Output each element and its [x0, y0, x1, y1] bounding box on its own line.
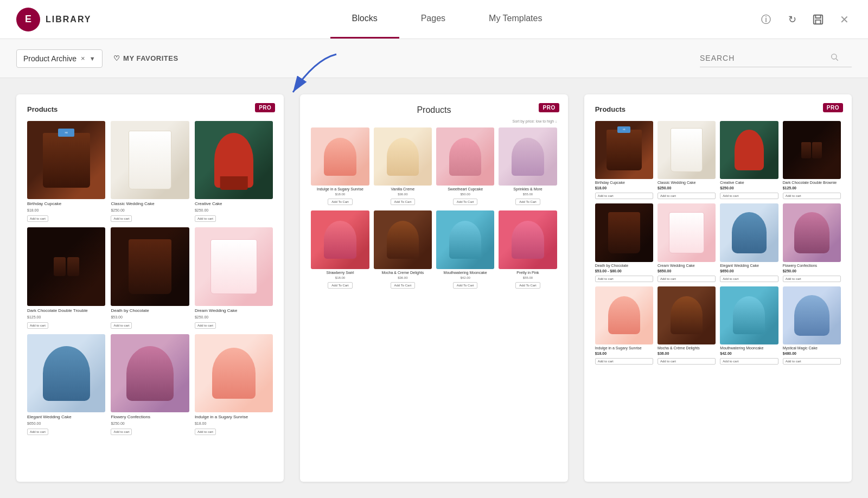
- list-item: Classic Wedding Cake $250.00 Add to cart: [111, 121, 189, 222]
- products-grid-3: HB Birthday Cupcake $18.00 Add to cart C…: [595, 121, 841, 365]
- product-price: $650.00: [658, 269, 716, 273]
- favorites-button[interactable]: ♡ MY FAVORITES: [113, 54, 178, 62]
- product-name: Mocha & Creme Delights: [374, 271, 432, 274]
- pro-badge-1: PRO: [255, 103, 275, 112]
- tab-blocks[interactable]: Blocks: [330, 0, 399, 39]
- product-price: $18.00: [195, 422, 273, 425]
- product-name: Classic Wedding Cake: [111, 201, 189, 206]
- list-item: Creative Cake $250.00 Add to cart: [195, 121, 273, 222]
- search-area: [700, 49, 852, 67]
- product-price: $250.00: [195, 315, 273, 319]
- add-to-cart-button[interactable]: Add To Cart: [453, 282, 478, 289]
- save-icon[interactable]: [810, 12, 826, 27]
- product-name: Pretty in Pink: [499, 271, 557, 274]
- header-actions: ⓘ ↻ ✕: [742, 12, 868, 27]
- product-name: Mouthwatering Mooncake: [720, 346, 778, 350]
- product-name: Creative Cake: [720, 181, 778, 184]
- main-content: PRO Products HB Birthday Cupcake $18.00 …: [0, 78, 868, 498]
- add-to-cart-button[interactable]: Add to cart: [658, 358, 716, 365]
- add-to-cart-button[interactable]: Add to cart: [195, 322, 216, 329]
- add-to-cart-button[interactable]: Add to cart: [783, 193, 841, 199]
- search-input[interactable]: [700, 54, 830, 62]
- pro-badge-3: PRO: [823, 103, 843, 112]
- tab-my-templates[interactable]: My Templates: [467, 0, 564, 39]
- add-to-cart-button[interactable]: Add To Cart: [391, 282, 416, 289]
- product-price: $125.00: [27, 315, 105, 319]
- product-price: $250.00: [720, 186, 778, 190]
- product-name: Dream Wedding Cake: [195, 308, 273, 313]
- add-to-cart-button[interactable]: Add to cart: [595, 358, 653, 365]
- product-name: Strawberry Swirl: [311, 271, 369, 274]
- product-name: Indulge in a Sugary Sunrise: [311, 187, 369, 191]
- list-item: Flowery Confections $250.00 Add to cart: [111, 334, 189, 435]
- add-to-cart-button[interactable]: Add to cart: [111, 429, 132, 435]
- product-price: $50.00: [436, 193, 494, 196]
- add-to-cart-button[interactable]: Add to cart: [195, 215, 216, 222]
- add-to-cart-button[interactable]: Add to cart: [783, 358, 841, 365]
- add-to-cart-button[interactable]: Add to cart: [783, 276, 841, 282]
- template-card-3: PRO Products HB Birthday Cupcake $18.00 …: [584, 94, 852, 482]
- add-to-cart-button[interactable]: Add To Cart: [515, 199, 540, 205]
- product-name: Mystical Magic Cake: [783, 346, 841, 350]
- add-to-cart-button[interactable]: Add to cart: [658, 193, 716, 199]
- category-filter[interactable]: Product Archive × ▼: [16, 49, 103, 68]
- add-to-cart-button[interactable]: Add to cart: [595, 193, 653, 199]
- list-item: Dream Wedding Cake $250.00 Add to cart: [195, 227, 273, 328]
- favorites-label: MY FAVORITES: [123, 54, 178, 62]
- product-name: Death by Chocolate: [111, 308, 189, 313]
- product-name: Dark Chocolate Double Brownie: [783, 181, 841, 184]
- add-to-cart-button[interactable]: Add to cart: [111, 322, 132, 329]
- add-to-cart-button[interactable]: Add to cart: [595, 276, 653, 282]
- product-price: $250.00: [783, 269, 841, 273]
- product-price: $18.00: [27, 208, 105, 212]
- add-to-cart-button[interactable]: Add to cart: [27, 429, 48, 435]
- product-name: Death by Chocolate: [595, 264, 653, 267]
- list-item: Mouthwatering Mooncake $42.00 Add to car…: [720, 286, 778, 365]
- list-item: HB Birthday Cupcake $18.00 Add to cart: [595, 121, 653, 199]
- add-to-cart-button[interactable]: Add to cart: [27, 215, 48, 222]
- product-price: $125.00: [783, 186, 841, 190]
- add-to-cart-button[interactable]: Add to cart: [111, 215, 132, 222]
- info-icon[interactable]: ⓘ: [758, 12, 774, 27]
- product-price: $53.00: [111, 315, 189, 319]
- template-card-2: PRO Products Sort by price: low to high …: [300, 94, 567, 482]
- close-icon[interactable]: ✕: [837, 12, 852, 27]
- add-to-cart-button[interactable]: Add to cart: [720, 358, 778, 365]
- product-name: Birthday Cupcake: [27, 201, 105, 206]
- search-icon: [830, 53, 839, 63]
- add-to-cart-button[interactable]: Add to cart: [720, 193, 778, 199]
- add-to-cart-button[interactable]: Add To Cart: [328, 282, 353, 289]
- list-item: Dark Chocolate Double Brownie $125.00 Ad…: [783, 121, 841, 199]
- svg-point-1: [832, 54, 837, 59]
- product-name: Birthday Cupcake: [595, 181, 653, 184]
- product-price: $250.00: [658, 186, 716, 190]
- product-name: Cream Wedding Cake: [658, 264, 716, 267]
- refresh-icon[interactable]: ↻: [784, 12, 800, 27]
- elementor-logo: E: [16, 8, 40, 31]
- add-to-cart-button[interactable]: Add To Cart: [453, 199, 478, 205]
- add-to-cart-button[interactable]: Add To Cart: [515, 282, 540, 289]
- add-to-cart-button[interactable]: Add To Cart: [328, 199, 353, 205]
- product-name: Vanilla Creme: [374, 187, 432, 191]
- add-to-cart-button[interactable]: Add To Cart: [391, 199, 416, 205]
- product-price: $18.00: [311, 193, 369, 196]
- toolbar: Product Archive × ▼ ♡ MY FAVORITES: [0, 39, 868, 78]
- product-price: $650.00: [720, 269, 778, 273]
- product-price: $42.00: [720, 352, 778, 355]
- clear-filter-button[interactable]: ×: [81, 54, 85, 62]
- header: E LIBRARY Blocks Pages My Templates ⓘ ↻ …: [0, 0, 868, 39]
- product-name: Dark Chocolate Double Trouble: [27, 308, 105, 313]
- add-to-cart-button[interactable]: Add to cart: [195, 429, 216, 435]
- add-to-cart-button[interactable]: Add to cart: [658, 276, 716, 282]
- heart-icon: ♡: [113, 54, 120, 62]
- list-item: Pretty in Pink $55.00 Add To Cart: [499, 210, 557, 288]
- add-to-cart-button[interactable]: Add to cart: [27, 322, 48, 329]
- list-item: Elegant Wedding Cake $650.00 Add to cart: [720, 203, 778, 282]
- list-item: Indulge in a Sugary Sunrise $18.00 Add t…: [195, 334, 273, 435]
- product-price: $650.00: [27, 422, 105, 425]
- product-price: $36.00: [658, 352, 716, 355]
- tab-pages[interactable]: Pages: [399, 0, 467, 39]
- product-name: Mouthwatering Mooncake: [436, 271, 494, 274]
- add-to-cart-button[interactable]: Add to cart: [720, 276, 778, 282]
- list-item: Mocha & Creme Delights $36.00 Add To Car…: [374, 210, 432, 288]
